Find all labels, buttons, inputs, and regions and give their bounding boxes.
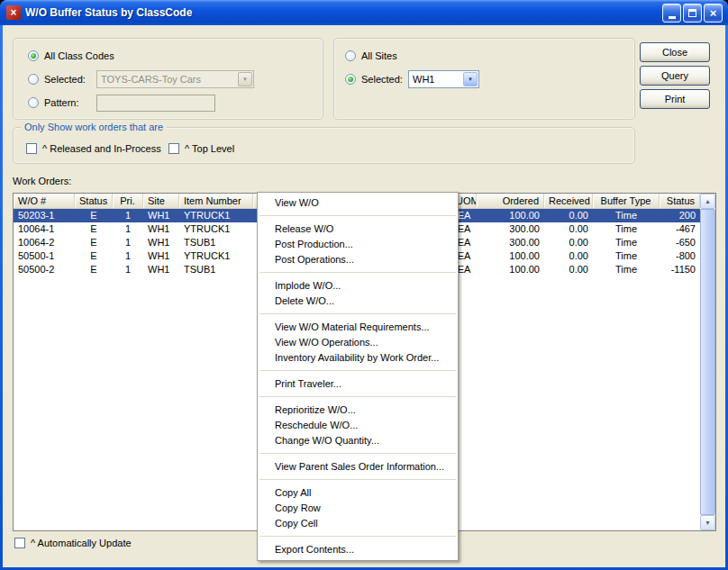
table-cell[interactable]: E [75,236,113,249]
table-cell[interactable]: E [75,222,113,236]
column-header[interactable]: Site [143,194,179,208]
menu-item[interactable]: Reprioritize W/O... [258,403,458,418]
table-cell[interactable]: Time [593,249,660,263]
radio-selected-class-code[interactable]: Selected: [28,73,86,86]
table-cell[interactable]: Time [593,236,660,249]
table-cell[interactable]: 100.00 [477,209,544,222]
radio-all-class-codes[interactable]: All Class Codes [28,50,114,62]
radio-pattern[interactable]: Pattern: [28,96,79,109]
table-cell[interactable]: 10064-2 [14,236,75,249]
column-header[interactable]: Pri. [113,194,143,208]
table-cell[interactable]: 200 [660,209,700,222]
menu-item[interactable]: Post Production... [258,237,458,252]
table-cell[interactable]: TSUB1 [179,263,253,276]
table-cell[interactable]: 300.00 [477,236,544,249]
menu-item[interactable]: Print Traveler... [258,376,458,392]
table-cell[interactable]: YTRUCK1 [179,209,253,222]
close-button[interactable]: Close [640,42,710,62]
radio-icon[interactable] [345,50,356,61]
table-cell[interactable]: WH1 [143,222,179,236]
chevron-down-icon[interactable]: ▼ [463,72,478,86]
table-cell[interactable]: -800 [660,249,700,263]
menu-item[interactable]: Copy Row [258,501,458,516]
column-header[interactable]: Status [660,194,700,208]
scroll-down-button[interactable]: ▼ [700,515,715,530]
menu-item[interactable]: View W/O Material Requirements... [258,320,458,335]
column-header[interactable]: Ordered [477,194,544,208]
menu-item[interactable]: View Parent Sales Order Information... [258,459,458,475]
table-cell[interactable]: 1 [113,236,143,249]
scroll-thumb[interactable] [700,209,715,515]
table-cell[interactable]: YTRUCK1 [179,222,253,236]
table-cell[interactable]: E [75,249,113,263]
menu-item[interactable]: Inventory Availability by Work Order... [258,350,458,366]
checkbox-icon[interactable] [26,143,37,154]
table-cell[interactable]: 0.00 [544,263,593,276]
menu-item[interactable]: Implode W/O... [258,278,458,294]
menu-item[interactable]: Release W/O [258,222,458,237]
titlebar-minimize-button[interactable] [662,4,681,23]
table-cell[interactable]: WH1 [143,249,179,263]
radio-selected-site[interactable]: Selected: [345,73,403,86]
menu-item[interactable]: Delete W/O... [258,294,458,309]
table-cell[interactable]: YTRUCK1 [179,249,253,263]
checkbox-automatically-update[interactable]: ^ Automatically Update [14,537,132,549]
table-cell[interactable]: 300.00 [477,222,544,236]
column-header[interactable]: Buffer Type [593,194,660,208]
table-cell[interactable]: 100.00 [477,263,544,276]
table-cell[interactable]: 1 [113,249,143,263]
table-cell[interactable]: 0.00 [544,222,593,236]
table-cell[interactable]: 50500-2 [14,263,75,276]
table-cell[interactable]: Time [593,222,660,236]
table-cell[interactable]: 1 [113,263,143,276]
table-cell[interactable]: 10064-1 [14,222,75,236]
radio-icon[interactable] [28,74,39,85]
menu-item[interactable]: View W/O [258,195,458,211]
menu-item[interactable]: Export Contents... [258,542,458,557]
titlebar-maximize-button[interactable] [683,4,702,23]
table-cell[interactable]: Time [593,263,660,276]
table-cell[interactable]: WH1 [143,263,179,276]
table-cell[interactable]: 1 [113,209,143,222]
query-button[interactable]: Query [640,66,710,86]
radio-icon[interactable] [28,50,39,61]
column-header[interactable]: Item Number [179,194,253,208]
app-icon[interactable]: × [6,5,21,20]
table-cell[interactable]: 50203-1 [14,209,75,222]
column-header[interactable]: W/O # [14,194,75,208]
menu-item[interactable]: View W/O Operations... [258,335,458,350]
table-cell[interactable]: WH1 [143,209,179,222]
table-cell[interactable]: -650 [660,236,700,249]
checkbox-released-in-process[interactable]: ^ Released and In-Process [26,142,161,155]
table-cell[interactable]: WH1 [143,236,179,249]
table-cell[interactable]: 100.00 [477,249,544,263]
column-header[interactable]: Received [544,194,593,208]
table-cell[interactable]: 50500-1 [14,249,75,263]
menu-item[interactable]: Copy All [258,485,458,501]
menu-item[interactable]: Copy Cell [258,516,458,531]
table-cell[interactable]: 0.00 [544,209,593,222]
table-cell[interactable]: E [75,263,113,276]
checkbox-top-level[interactable]: ^ Top Level [168,142,234,155]
radio-icon[interactable] [28,97,39,108]
vertical-scrollbar[interactable]: ▲ ▼ [700,194,715,530]
checkbox-icon[interactable] [14,538,25,548]
site-select[interactable]: WH1 ▼ [408,70,479,88]
print-button[interactable]: Print [640,89,710,109]
radio-icon[interactable] [345,74,356,85]
table-cell[interactable]: Time [593,209,660,222]
table-cell[interactable]: TSUB1 [179,236,253,249]
table-cell[interactable]: 0.00 [544,249,593,263]
table-cell[interactable]: E [75,209,113,222]
titlebar[interactable]: × W/O Buffer Status by ClassCode × [0,0,728,25]
column-header[interactable]: Status [75,194,113,208]
table-cell[interactable]: 0.00 [544,236,593,249]
menu-item[interactable]: Change W/O Quantity... [258,433,458,448]
table-cell[interactable]: -467 [660,222,700,236]
radio-all-sites[interactable]: All Sites [345,50,397,62]
menu-item[interactable]: Post Operations... [258,252,458,267]
menu-item[interactable]: Reschedule W/O... [258,418,458,433]
scroll-up-button[interactable]: ▲ [700,194,715,209]
titlebar-close-button[interactable]: × [704,4,723,23]
table-cell[interactable]: -1150 [660,263,700,276]
